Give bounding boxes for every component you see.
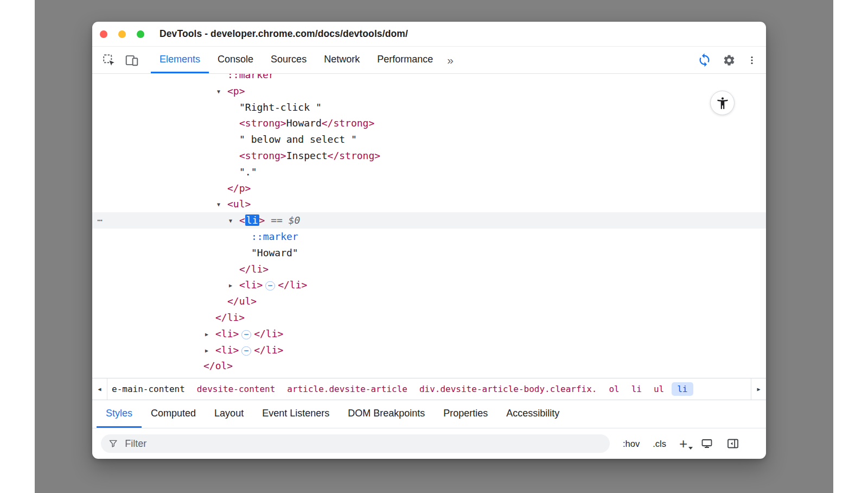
dom-tag[interactable]: </li> [239, 263, 269, 275]
dom-text-node: Howard [286, 117, 322, 129]
dom-tree-row[interactable]: ▼<p> [92, 83, 766, 99]
dom-tag[interactable]: </li> [254, 328, 283, 339]
dom-text-node: "Howard" [251, 247, 298, 258]
overflow-dots-icon[interactable]: ⋯ [97, 212, 103, 229]
dom-tree-row[interactable]: <strong>Inspect</strong> [92, 148, 766, 164]
tab-event-listeners[interactable]: Event Listeners [253, 400, 339, 428]
kebab-menu-icon[interactable] [746, 54, 757, 67]
dom-text-node: Inspect [286, 150, 328, 161]
dom-tag[interactable]: <strong> [239, 117, 286, 129]
tab-computed[interactable]: Computed [142, 400, 205, 428]
breadcrumb-item[interactable]: li [626, 382, 648, 396]
tab-performance[interactable]: Performance [368, 47, 442, 73]
dom-tag[interactable]: </ol> [203, 360, 233, 371]
toolbar-right-icons [697, 47, 758, 73]
tab-console[interactable]: Console [209, 47, 262, 73]
dom-tree-row[interactable]: ▶<li>⋯</li> [92, 342, 766, 358]
close-button[interactable] [100, 30, 107, 38]
dom-tree-row[interactable]: ⋯▼<li> == $0 [92, 212, 766, 229]
expander-right-icon[interactable]: ▶ [205, 326, 215, 343]
dom-tree-row[interactable]: ▼<ul> [92, 196, 766, 212]
dom-tag[interactable]: <ul> [227, 198, 251, 210]
dom-tag[interactable]: </ul> [227, 295, 257, 307]
breadcrumb-item[interactable]: ol [603, 382, 625, 396]
pseudo-marker[interactable]: ::marker [251, 231, 298, 242]
more-tabs-button[interactable]: » [442, 47, 459, 73]
dom-text-node: " below and select " [239, 134, 357, 145]
toggle-hov[interactable]: :hov [623, 439, 640, 449]
toolbar-left-icons [99, 47, 142, 73]
tab-accessibility[interactable]: Accessibility [497, 400, 569, 428]
console-hint: == [265, 214, 288, 226]
expander-right-icon[interactable]: ▶ [205, 343, 215, 359]
expand-ellipsis-icon[interactable]: ⋯ [241, 346, 251, 356]
zoom-button[interactable] [137, 30, 144, 38]
dom-tree-row[interactable]: ::marker [92, 229, 766, 245]
breadcrumb-scroll-left-icon[interactable]: ◀ [92, 378, 107, 400]
breadcrumb-item[interactable]: div.devsite-article-body.clearfix. [413, 382, 603, 396]
expander-down-icon[interactable]: ▼ [229, 213, 239, 229]
dom-tag[interactable]: ::marker [227, 74, 275, 80]
dom-tag[interactable]: </strong> [322, 117, 375, 129]
minimize-button[interactable] [118, 30, 126, 38]
dom-tree-row[interactable]: " below and select " [92, 131, 766, 148]
breadcrumb-item[interactable]: devsite-content [191, 382, 282, 396]
toggle-cls[interactable]: .cls [653, 439, 666, 449]
inspect-element-icon[interactable] [102, 53, 116, 67]
expander-down-icon[interactable]: ▼ [217, 84, 227, 100]
dom-tag[interactable]: <li> [215, 344, 239, 356]
dom-tag[interactable]: <strong> [239, 150, 286, 161]
expander-right-icon[interactable]: ▶ [229, 277, 239, 294]
dom-text-node: "Right-click " [239, 102, 322, 113]
dom-tag[interactable]: > [259, 214, 265, 226]
dom-text-node: "." [239, 166, 257, 178]
expand-ellipsis-icon[interactable]: ⋯ [241, 330, 251, 339]
device-toolbar-icon[interactable] [125, 53, 139, 67]
tab-layout[interactable]: Layout [205, 400, 253, 428]
breadcrumb-scroll-right-icon[interactable]: ▶ [751, 378, 766, 400]
settings-gear-icon[interactable] [723, 54, 736, 67]
tab-sources[interactable]: Sources [262, 47, 315, 73]
dom-tree-row[interactable]: "Howard" [92, 245, 766, 261]
filter-text-field[interactable] [124, 438, 603, 450]
dom-tag[interactable]: </strong> [328, 150, 381, 161]
tab-elements[interactable]: Elements [151, 47, 209, 73]
dom-tree-row[interactable]: "Right-click " [92, 99, 766, 116]
style-filter-input[interactable] [101, 434, 610, 453]
dom-tag[interactable]: </li> [278, 279, 307, 290]
expander-down-icon[interactable]: ▼ [217, 197, 227, 213]
new-style-rule-button[interactable]: + [679, 437, 687, 451]
dom-tree-row[interactable]: </ol> [92, 358, 766, 374]
dom-tag[interactable]: <p> [227, 85, 245, 97]
dock-side-icon[interactable] [726, 437, 739, 450]
breadcrumb-item[interactable]: ul [648, 382, 670, 396]
dom-tag[interactable]: </li> [215, 312, 245, 323]
tab-styles[interactable]: Styles [97, 400, 142, 428]
breadcrumb-item[interactable]: e-main-content [108, 382, 191, 396]
styles-filter-bar: :hov.cls + [92, 428, 766, 459]
selected-tag-highlight[interactable]: li [245, 214, 259, 226]
tab-network[interactable]: Network [315, 47, 368, 73]
dom-tree-row[interactable]: <strong>Howard</strong> [92, 115, 766, 131]
dom-tag[interactable]: </li> [254, 344, 283, 356]
dom-tree-row[interactable]: ::marker [92, 74, 766, 83]
dom-tree-row[interactable]: </p> [92, 180, 766, 197]
dom-tree-row[interactable]: ▶<li>⋯</li> [92, 326, 766, 342]
breadcrumb-item[interactable]: article.devsite-article [281, 382, 413, 396]
caret-down-icon [688, 447, 693, 450]
dom-tag[interactable]: <li> [215, 328, 239, 339]
breadcrumb-item[interactable]: li [672, 382, 693, 396]
dom-tree-row[interactable]: </li> [92, 309, 766, 326]
dom-tag[interactable]: < [239, 214, 245, 226]
dom-tree-row[interactable]: </ul> [92, 293, 766, 309]
expand-ellipsis-icon[interactable]: ⋯ [265, 281, 275, 290]
dom-tree-row[interactable]: ▶<li>⋯</li> [92, 277, 766, 293]
dom-tree-row[interactable]: </li> [92, 261, 766, 277]
sync-icon[interactable] [697, 53, 712, 67]
dom-tree-row[interactable]: "." [92, 164, 766, 180]
dom-tag[interactable]: <li> [239, 279, 263, 290]
tab-properties[interactable]: Properties [434, 400, 497, 428]
dom-tag[interactable]: </p> [227, 182, 251, 194]
rendering-icon[interactable] [700, 437, 713, 450]
tab-dom-breakpoints[interactable]: DOM Breakpoints [339, 400, 434, 428]
